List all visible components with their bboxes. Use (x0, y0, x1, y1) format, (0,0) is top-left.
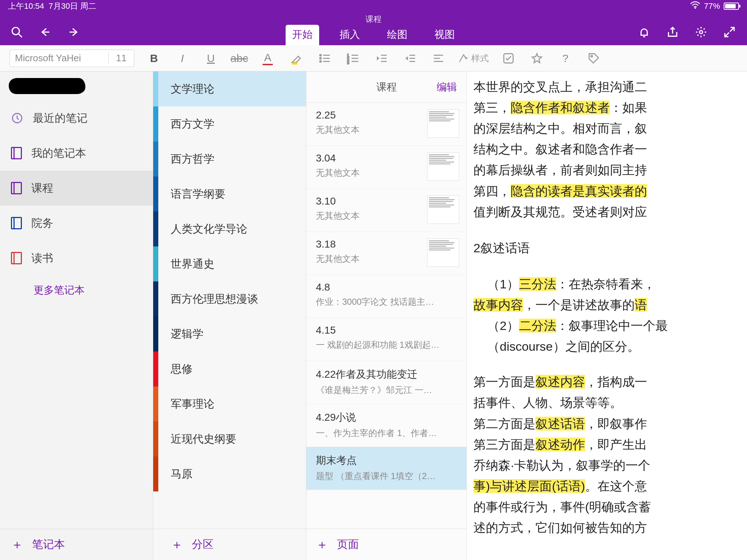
page-item[interactable]: 4.8作业：3000字论文 找话题主… (306, 275, 467, 318)
tab-home[interactable]: 开始 (286, 25, 319, 45)
page-item-title: 2.25 (316, 109, 422, 121)
add-section[interactable]: ＋分区 (153, 529, 306, 560)
numbering-button[interactable]: 123 (344, 50, 362, 67)
svg-line-2 (18, 34, 22, 37)
notebook-item[interactable]: 读书 (0, 241, 153, 276)
section-item[interactable]: 思修 (153, 351, 306, 386)
svg-point-7 (320, 61, 321, 62)
section-item[interactable]: 西方文学 (153, 106, 306, 141)
question-tag-button[interactable]: ? (557, 50, 574, 67)
page-item-preview: 无其他文本 (316, 210, 422, 222)
page-item[interactable]: 2.25无其他文本 (306, 103, 467, 146)
section-item[interactable]: 西方哲学 (153, 141, 306, 176)
section-item[interactable]: 马原 (153, 456, 306, 491)
notebook-icon (11, 217, 22, 229)
page-item-title: 期末考点 (316, 454, 459, 467)
page-item-preview: 无其他文本 (316, 253, 422, 265)
section-item[interactable]: 文学理论 (153, 71, 306, 106)
svg-point-0 (694, 7, 696, 9)
page-item[interactable]: 3.18无其他文本 (306, 232, 467, 275)
tab-insert[interactable]: 插入 (333, 25, 367, 45)
page-item[interactable]: 4.15一 戏剧的起源和功能 1戏剧起… (306, 318, 467, 361)
page-item[interactable]: 3.04无其他文本 (306, 146, 467, 189)
todo-button[interactable] (500, 50, 517, 67)
highlight-button[interactable] (287, 50, 305, 67)
svg-point-3 (700, 31, 703, 34)
page-item-title: 4.29小说 (316, 411, 459, 424)
add-page[interactable]: ＋页面 (306, 529, 467, 560)
section-list: 文学理论西方文学西方哲学语言学纲要人类文化学导论世界通史西方伦理思想漫谈逻辑学思… (153, 71, 306, 560)
page-thumbnail (427, 238, 459, 267)
page-item[interactable]: 4.29小说一、作为主宰的作者 1、作者… (306, 404, 467, 447)
tag-button[interactable] (585, 50, 603, 67)
align-button[interactable] (430, 50, 447, 67)
notebook-item[interactable]: 课程 (0, 171, 153, 206)
outdent-button[interactable] (373, 50, 390, 67)
title-bar: 课程 开始 插入 绘图 视图 (0, 12, 747, 45)
underline-button[interactable]: U (202, 50, 220, 67)
plus-icon: ＋ (11, 536, 23, 553)
svg-point-1 (12, 27, 19, 35)
notebook-sidebar: 最近的笔记 我的笔记本 课程 院务 读书 更多笔记本 ＋笔记本 (0, 71, 153, 560)
tab-view[interactable]: 视图 (428, 25, 461, 45)
status-bar: 上午10:54 7月30日 周二 77% (0, 0, 747, 12)
recent-notes[interactable]: 最近的笔记 (0, 101, 153, 136)
strike-button[interactable]: abc (231, 50, 248, 67)
page-thumbnail (427, 109, 459, 138)
settings-icon[interactable] (694, 26, 708, 39)
more-notebooks[interactable]: 更多笔记本 (0, 276, 153, 305)
battery-icon (724, 3, 739, 10)
undo-icon[interactable] (39, 26, 52, 39)
section-item[interactable]: 逻辑学 (153, 316, 306, 351)
share-icon[interactable] (666, 26, 679, 39)
styles-button[interactable]: 样式 (458, 52, 489, 64)
note-content[interactable]: 本世界的交叉点上，承担沟通二 第三，隐含作者和叙述者：如果 的深层结构之中。相对… (467, 71, 747, 560)
fullscreen-icon[interactable] (723, 26, 736, 39)
italic-button[interactable]: I (174, 50, 191, 67)
font-size[interactable]: 11 (108, 52, 134, 64)
battery-pct: 77% (704, 1, 720, 11)
page-item[interactable]: 4.22作者及其功能变迁《谁是梅兰芳？》邹元江 一… (306, 361, 467, 404)
ribbon-tabs: 开始 插入 绘图 视图 (286, 27, 461, 45)
section-item[interactable]: 近现代史纲要 (153, 421, 306, 456)
search-icon[interactable] (10, 26, 23, 39)
edit-pages-button[interactable]: 编辑 (437, 80, 457, 94)
page-item-preview: 作业：3000字论文 找话题主… (316, 296, 459, 308)
add-notebook[interactable]: ＋笔记本 (0, 529, 153, 560)
page-thumbnail (427, 195, 459, 224)
svg-point-5 (320, 54, 321, 56)
page-item-preview: 无其他文本 (316, 167, 422, 179)
account-row[interactable] (0, 71, 153, 101)
font-name[interactable]: Microsoft YaHei (10, 52, 108, 64)
page-item-preview: 题型 （重点看课件 1填空（2… (316, 470, 459, 482)
page-item-preview: 一 戏剧的起源和功能 1戏剧起… (316, 339, 459, 351)
font-selector[interactable]: Microsoft YaHei 11 (9, 50, 134, 67)
bullets-button[interactable] (316, 50, 333, 67)
indent-button[interactable] (401, 50, 419, 67)
font-color-button[interactable]: A (259, 50, 276, 67)
notebook-item[interactable]: 我的笔记本 (0, 136, 153, 171)
plus-icon: ＋ (316, 536, 328, 553)
page-thumbnail (427, 152, 459, 181)
section-item[interactable]: 人类文化学导论 (153, 211, 306, 246)
page-item[interactable]: 期末考点题型 （重点看课件 1填空（2… (306, 447, 467, 490)
tab-draw[interactable]: 绘图 (380, 25, 414, 45)
svg-text:3: 3 (347, 60, 349, 64)
page-item[interactable]: 3.10无其他文本 (306, 189, 467, 232)
redo-icon[interactable] (67, 26, 80, 39)
section-item[interactable]: 军事理论 (153, 386, 306, 421)
section-item[interactable]: 语言学纲要 (153, 176, 306, 211)
page-item-title: 4.15 (316, 324, 459, 336)
plus-icon: ＋ (171, 536, 183, 553)
document-title: 课程 (365, 14, 382, 25)
notebook-item[interactable]: 院务 (0, 206, 153, 241)
section-item[interactable]: 西方伦理思想漫谈 (153, 281, 306, 316)
page-list-title: 课程 (376, 80, 397, 94)
star-tag-button[interactable] (528, 50, 546, 67)
bold-button[interactable]: B (145, 50, 163, 67)
notebook-icon (11, 147, 22, 159)
page-item-title: 4.8 (316, 281, 459, 293)
notebook-icon (11, 252, 22, 264)
bell-icon[interactable] (638, 26, 651, 39)
section-item[interactable]: 世界通史 (153, 246, 306, 281)
